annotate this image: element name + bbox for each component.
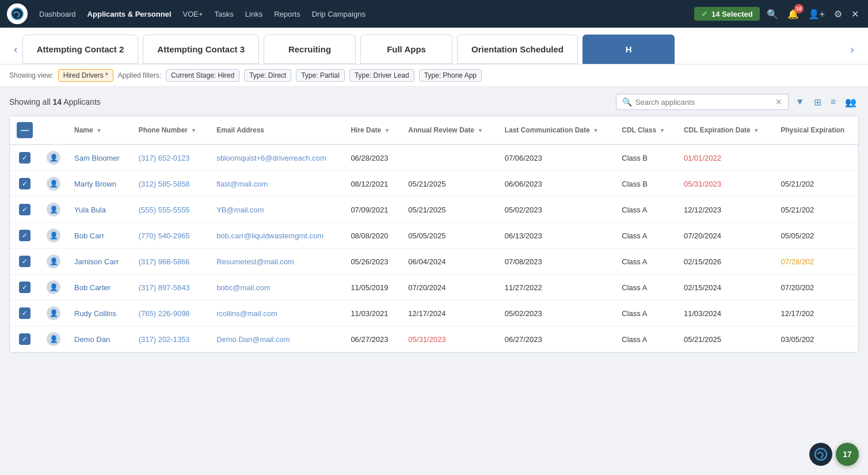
row-email[interactable]: Resumetest@mail.com bbox=[210, 249, 344, 275]
col-phys-exp[interactable]: Physical Expiration bbox=[774, 116, 858, 145]
col-phone[interactable]: Phone Number ▼ bbox=[132, 116, 210, 145]
row-email[interactable]: YB@mail.com bbox=[210, 197, 344, 223]
row-phone[interactable]: (770) 540-2965 bbox=[132, 223, 210, 249]
col-hire-date[interactable]: Hire Date ▼ bbox=[344, 116, 401, 145]
stage-tab-recruiting[interactable]: Recruiting bbox=[264, 35, 356, 64]
row-phone[interactable]: (317) 202-1353 bbox=[132, 326, 210, 352]
row-cdl-class: Class A bbox=[615, 223, 677, 249]
search-icon-btn[interactable]: 🔍 bbox=[764, 6, 781, 22]
row-checkbox-cell[interactable]: ✓ bbox=[10, 301, 40, 326]
check-icon: ✓ bbox=[22, 154, 28, 162]
row-phone[interactable]: (765) 226-9098 bbox=[132, 301, 210, 326]
nav-drip[interactable]: Drip Campaigns bbox=[312, 10, 366, 18]
filter-current-stage[interactable]: Current Stage: Hired bbox=[166, 69, 239, 82]
selected-count-badge[interactable]: ✓ 14 Selected bbox=[694, 7, 760, 21]
row-name[interactable]: Demo Dan bbox=[67, 326, 132, 352]
people-icon-btn[interactable]: 👥 bbox=[843, 94, 859, 110]
row-name[interactable]: Rudy Collins bbox=[67, 301, 132, 326]
row-email[interactable]: Demo.Dan@mail.com bbox=[210, 326, 344, 352]
grid-view-icon-btn[interactable]: ⊞ bbox=[812, 94, 824, 110]
col-name[interactable]: Name ▼ bbox=[67, 116, 132, 145]
row-checkbox-cell[interactable]: ✓ bbox=[10, 326, 40, 352]
row-name[interactable]: Bob Carter bbox=[67, 275, 132, 301]
layers-icon-btn[interactable]: ≡ bbox=[828, 94, 838, 109]
clear-search-icon[interactable]: ✕ bbox=[775, 97, 782, 107]
col-cdl-exp[interactable]: CDL Expiration Date ▼ bbox=[677, 116, 774, 145]
row-name[interactable]: Marty Brown bbox=[67, 171, 132, 197]
row-checkbox[interactable]: ✓ bbox=[19, 333, 31, 345]
col-annual-review[interactable]: Annual Review Date ▼ bbox=[401, 116, 497, 145]
row-phone[interactable]: (317) 968-5866 bbox=[132, 249, 210, 275]
stage-tab-attempting-contact-3[interactable]: Attempting Contact 3 bbox=[143, 35, 259, 64]
row-checkbox-cell[interactable]: ✓ bbox=[10, 145, 40, 171]
close-icon-btn[interactable]: ✕ bbox=[849, 6, 861, 22]
add-user-icon-btn[interactable]: 👤+ bbox=[806, 6, 827, 22]
select-all-checkbox[interactable]: — bbox=[17, 122, 33, 138]
row-cdl-class: Class B bbox=[615, 171, 677, 197]
row-phone[interactable]: (312) 585-5858 bbox=[132, 171, 210, 197]
search-input[interactable] bbox=[635, 98, 772, 107]
table-row: ✓ 👤 Bob Carr (770) 540-2965 bob.carr@liq… bbox=[10, 223, 858, 249]
row-cdl-exp: 05/21/2025 bbox=[677, 326, 774, 352]
nav-dashboard[interactable]: Dashboard bbox=[39, 10, 76, 18]
row-email[interactable]: bob.carr@liquidwastemgmt.com bbox=[210, 223, 344, 249]
filter-type-phone-app[interactable]: Type: Phone App bbox=[419, 69, 482, 82]
row-annual-review: 05/05/2025 bbox=[401, 223, 497, 249]
row-name[interactable]: Sam Bloomer bbox=[67, 145, 132, 171]
select-all-header[interactable]: — bbox=[10, 116, 40, 145]
row-email[interactable]: bobc@mail.com bbox=[210, 275, 344, 301]
row-checkbox[interactable]: ✓ bbox=[19, 178, 31, 189]
filter-type-partial[interactable]: Type: Partial bbox=[296, 69, 345, 82]
col-last-comm[interactable]: Last Communication Date ▼ bbox=[498, 116, 615, 145]
prev-stage-btn[interactable]: ‹ bbox=[9, 43, 22, 56]
view-chip[interactable]: Hired Drivers * bbox=[58, 69, 113, 82]
col-cdl-class[interactable]: CDL Class ▼ bbox=[615, 116, 677, 145]
row-checkbox[interactable]: ✓ bbox=[19, 204, 31, 215]
row-name[interactable]: Yula Bula bbox=[67, 197, 132, 223]
row-checkbox-cell[interactable]: ✓ bbox=[10, 249, 40, 275]
col-email[interactable]: Email Address bbox=[210, 116, 344, 145]
row-checkbox[interactable]: ✓ bbox=[19, 256, 31, 267]
row-email[interactable]: flast@mail.com bbox=[210, 171, 344, 197]
row-checkbox[interactable]: ✓ bbox=[19, 282, 31, 293]
stage-tab-attempting-contact-2[interactable]: Attempting Contact 2 bbox=[22, 35, 139, 64]
filter-type-driver-lead[interactable]: Type: Driver Lead bbox=[349, 69, 414, 82]
row-hire-date: 11/03/2021 bbox=[344, 301, 401, 326]
stage-tab-full-apps[interactable]: Full Apps bbox=[360, 35, 452, 64]
table-row: ✓ 👤 Rudy Collins (765) 226-9098 rcollins… bbox=[10, 301, 858, 326]
row-name[interactable]: Jamison Carr bbox=[67, 249, 132, 275]
row-annual-review: 06/04/2024 bbox=[401, 249, 497, 275]
row-checkbox[interactable]: ✓ bbox=[19, 307, 31, 319]
row-checkbox-cell[interactable]: ✓ bbox=[10, 275, 40, 301]
nav-voe[interactable]: VOE+ bbox=[183, 10, 203, 18]
nav-reports[interactable]: Reports bbox=[274, 10, 300, 18]
app-logo[interactable] bbox=[7, 3, 28, 24]
stage-tab-h[interactable]: H bbox=[583, 35, 675, 64]
row-phone[interactable]: (317) 897-5643 bbox=[132, 275, 210, 301]
row-last-comm: 07/06/2023 bbox=[498, 145, 615, 171]
next-stage-btn[interactable]: › bbox=[846, 43, 859, 56]
row-checkbox[interactable]: ✓ bbox=[19, 230, 31, 241]
search-box[interactable]: 🔍 ✕ bbox=[616, 94, 789, 110]
check-icon: ✓ bbox=[22, 231, 28, 240]
nav-links[interactable]: Links bbox=[245, 10, 262, 18]
notification-bell[interactable]: 🔔 18 bbox=[785, 6, 801, 22]
stage-tab-orientation-scheduled[interactable]: Orientation Scheduled bbox=[457, 35, 578, 64]
row-cdl-exp: 05/31/2023 bbox=[677, 171, 774, 197]
row-phone[interactable]: (555) 555-5555 bbox=[132, 197, 210, 223]
row-checkbox[interactable]: ✓ bbox=[19, 152, 31, 164]
row-checkbox-cell[interactable]: ✓ bbox=[10, 223, 40, 249]
row-hire-date: 06/27/2023 bbox=[344, 326, 401, 352]
nav-applicants[interactable]: Applicants & Personnel bbox=[87, 10, 172, 18]
nav-tasks[interactable]: Tasks bbox=[215, 10, 234, 18]
filter-icon-btn[interactable]: ▼ bbox=[793, 94, 807, 109]
row-email[interactable]: rcollins@mail.com bbox=[210, 301, 344, 326]
settings-icon-btn[interactable]: ⚙ bbox=[832, 6, 844, 22]
row-cdl-class: Class A bbox=[615, 275, 677, 301]
row-email[interactable]: sbloomquist+6@driverreach.com bbox=[210, 145, 344, 171]
row-phone[interactable]: (317) 652-0123 bbox=[132, 145, 210, 171]
row-checkbox-cell[interactable]: ✓ bbox=[10, 171, 40, 197]
row-name[interactable]: Bob Carr bbox=[67, 223, 132, 249]
filter-type-direct[interactable]: Type: Direct bbox=[244, 69, 291, 82]
row-checkbox-cell[interactable]: ✓ bbox=[10, 197, 40, 223]
